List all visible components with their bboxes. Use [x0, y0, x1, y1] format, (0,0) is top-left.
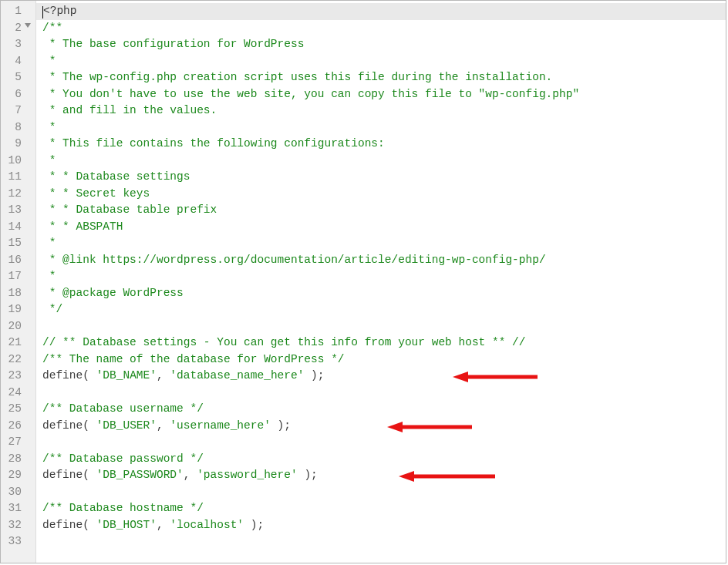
line-number: 1	[1, 3, 29, 20]
code-token: define	[42, 469, 83, 481]
line-number: 4	[1, 53, 29, 70]
code-line[interactable]: * * Database settings	[42, 169, 726, 186]
code-line[interactable]: *	[42, 235, 726, 252]
code-token: 'localhost'	[170, 519, 244, 531]
code-line[interactable]: * @package WordPress	[42, 285, 726, 302]
code-line[interactable]	[42, 385, 726, 402]
code-line[interactable]: <?php	[42, 3, 726, 20]
code-token: );	[271, 419, 291, 432]
code-token: ,	[157, 369, 170, 382]
code-editor[interactable]: 1234567891011121314151617181920212223242…	[0, 0, 726, 563]
code-line[interactable]: * and fill in the values.	[42, 103, 726, 119]
code-token: 'DB_NAME'	[96, 369, 157, 382]
code-token: /** The name of the database for WordPre…	[42, 353, 345, 365]
code-token: /** Database username */	[42, 402, 204, 415]
code-line[interactable]: * The base configuration for WordPress	[42, 36, 726, 53]
code-line[interactable]	[42, 533, 726, 550]
text-cursor	[42, 6, 43, 18]
code-line[interactable]: * @link https://wordpress.org/documentat…	[42, 252, 726, 269]
code-token: /** Database hostname */	[42, 502, 204, 514]
code-line[interactable]: define( 'DB_HOST', 'localhost' );	[42, 517, 726, 534]
code-line[interactable]: *	[42, 53, 726, 70]
line-number: 6	[1, 86, 29, 103]
code-line[interactable]: * The wp-config.php creation script uses…	[42, 69, 726, 86]
code-token: define	[42, 369, 83, 382]
line-number-gutter: 1234567891011121314151617181920212223242…	[1, 1, 36, 563]
code-token: * and fill in the values.	[42, 104, 217, 116]
code-line[interactable]	[42, 434, 726, 451]
code-line[interactable]	[42, 484, 726, 501]
line-number: 13	[1, 202, 29, 219]
code-line[interactable]: /** Database password */	[42, 451, 726, 468]
line-number: 12	[1, 186, 29, 203]
code-line[interactable]: /**	[42, 20, 726, 37]
code-line[interactable]: // ** Database settings - You can get th…	[42, 335, 726, 351]
line-number: 20	[1, 318, 29, 335]
line-number: 25	[1, 401, 29, 418]
code-line[interactable]: * * Secret keys	[42, 186, 726, 203]
code-line[interactable]: * * ABSPATH	[42, 219, 726, 236]
code-token: /**	[42, 22, 62, 34]
code-token: * This file contains the following confi…	[42, 137, 385, 150]
line-number: 17	[1, 268, 29, 285]
code-token: );	[244, 519, 264, 531]
code-line[interactable]: define( 'DB_NAME', 'database_name_here' …	[42, 368, 726, 385]
code-token: *	[42, 55, 56, 67]
line-number: 19	[1, 301, 29, 318]
code-line[interactable]: * You don't have to use the web site, yo…	[42, 86, 726, 103]
line-number: 28	[1, 451, 29, 468]
code-line[interactable]: * This file contains the following confi…	[42, 136, 726, 153]
line-number: 21	[1, 335, 29, 351]
code-line[interactable]: /** Database username */	[42, 401, 726, 418]
line-number: 15	[1, 235, 29, 252]
code-token: 'DB_USER'	[96, 419, 157, 432]
code-token: * * ABSPATH	[42, 220, 123, 233]
code-area[interactable]: <?php/** * The base configuration for Wo…	[36, 1, 726, 563]
line-number: 10	[1, 153, 29, 170]
code-token: * @package WordPress	[42, 287, 184, 299]
code-line[interactable]: */	[42, 301, 726, 318]
code-line[interactable]	[42, 318, 726, 335]
code-token: (	[83, 469, 96, 481]
code-token: /** Database password */	[42, 452, 204, 465]
code-token: (	[83, 519, 96, 531]
code-token: * The base configuration for WordPress	[42, 38, 304, 50]
code-line[interactable]: /** Database hostname */	[42, 500, 726, 517]
line-number: 14	[1, 219, 29, 236]
code-token: 'DB_HOST'	[96, 519, 157, 531]
line-number: 23	[1, 368, 29, 385]
code-line[interactable]: *	[42, 119, 726, 136]
code-token: (	[83, 419, 96, 432]
line-number: 2	[1, 20, 29, 37]
code-token: 'DB_PASSWORD'	[96, 469, 184, 481]
line-number: 3	[1, 36, 29, 53]
code-token: define	[42, 419, 83, 432]
code-line[interactable]: *	[42, 153, 726, 170]
code-token: * @link https://wordpress.org/documentat…	[42, 254, 546, 266]
code-token: ,	[184, 469, 197, 481]
line-number: 24	[1, 385, 29, 402]
code-line[interactable]: * * Database table prefix	[42, 202, 726, 219]
line-number: 27	[1, 434, 29, 451]
line-number: 8	[1, 119, 29, 136]
line-number: 30	[1, 484, 29, 501]
code-token: 'database_name_here'	[170, 369, 304, 382]
code-token: * * Database table prefix	[42, 203, 217, 216]
fold-icon[interactable]	[25, 23, 31, 28]
code-line[interactable]: /** The name of the database for WordPre…	[42, 351, 726, 368]
line-number: 31	[1, 500, 29, 517]
line-number: 5	[1, 69, 29, 86]
code-token: * You don't have to use the web site, yo…	[42, 88, 579, 100]
code-line[interactable]: *	[42, 268, 726, 285]
code-line[interactable]: define( 'DB_PASSWORD', 'password_here' )…	[42, 467, 726, 484]
line-number: 18	[1, 285, 29, 302]
code-token: <?php	[43, 5, 77, 17]
code-line[interactable]: define( 'DB_USER', 'username_here' );	[42, 418, 726, 435]
code-token: // ** Database settings - You can get th…	[42, 336, 526, 348]
code-token: 'password_here'	[197, 469, 298, 481]
line-number: 22	[1, 351, 29, 368]
code-token: (	[83, 369, 96, 382]
code-token: *	[42, 154, 56, 166]
code-token: */	[42, 303, 62, 315]
code-token: ,	[157, 519, 170, 531]
